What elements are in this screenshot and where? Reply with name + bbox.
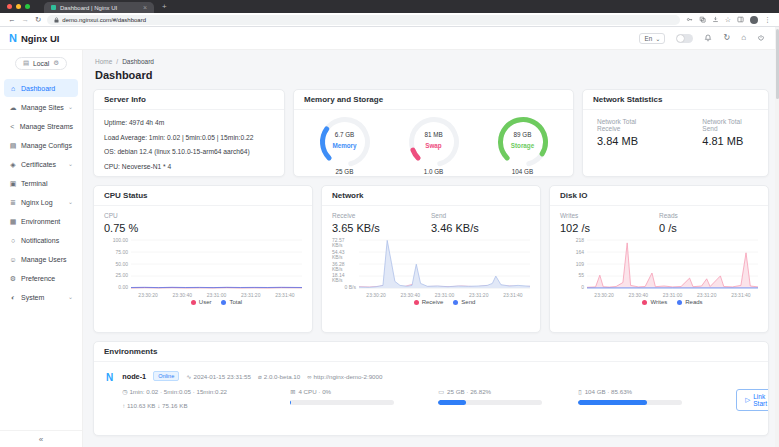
tab-close-icon[interactable]: ×: [143, 4, 147, 11]
y-tick-label: 36.28 KB/s: [332, 262, 356, 272]
y-tick-label: 25.00: [115, 273, 128, 278]
storage-icon: ▯: [578, 388, 581, 395]
sidebar-item-certificates[interactable]: ◈Certificates⌄: [4, 155, 78, 173]
server-load-average: Load Average: 1min: 0.02 | 5min:0.05 | 1…: [104, 131, 274, 146]
browser-toolbar: ← → ↻ demo.nginxui.com/#/dashboard ☆ ⋮: [0, 13, 779, 27]
sidebar-item-nginx-log[interactable]: ≣Nginx Log⌄: [4, 193, 78, 211]
server-cpu: CPU: Neoverse-N1 * 4: [104, 160, 274, 175]
network-total-receive: Network Total Receive 3.84 MB: [597, 118, 656, 147]
bookmark-star-icon[interactable]: ☆: [725, 16, 731, 23]
download-icon[interactable]: [712, 16, 719, 23]
profile-avatar[interactable]: [750, 16, 758, 24]
node-cpu-meter: ⊞ 4 CPU · 0%: [290, 388, 438, 405]
power-icon[interactable]: [757, 34, 765, 42]
sidebar-collapse-button[interactable]: «: [0, 430, 82, 447]
language-select[interactable]: En ⌄: [639, 33, 665, 44]
network-title: Network: [322, 186, 540, 206]
y-tick-label: 0.00: [118, 285, 128, 290]
scrollbar-thumb[interactable]: [776, 29, 779, 99]
sidebar-item-system[interactable]: ◐System⌄: [4, 288, 78, 306]
home-icon[interactable]: ⌂: [741, 34, 746, 42]
reads-stat: Reads 0 /s: [659, 212, 758, 234]
manage-streams-icon: <: [9, 123, 16, 130]
certificates-icon: ◈: [9, 161, 17, 168]
node-name[interactable]: node-1: [122, 372, 146, 381]
sidebar-item-environment[interactable]: ▦Environment: [4, 212, 78, 230]
node-url[interactable]: ∞ http://nginx-demo-2:9000: [307, 373, 382, 380]
x-tick-label: 23:30:20: [138, 292, 157, 298]
breadcrumb-home[interactable]: Home: [95, 58, 112, 65]
server-os: OS: debian 12.4 (linux 5.10.0-15-arm64 a…: [104, 145, 274, 160]
sidebar-item-preference[interactable]: ⚙Preference: [4, 269, 78, 287]
preference-icon: ⚙: [9, 275, 17, 282]
breadcrumb: Home / Dashboard: [95, 58, 769, 65]
legend-item[interactable]: User: [191, 299, 212, 305]
cpu-progress-bar: [290, 400, 394, 405]
network-total-send: Network Total Send 4.81 MB: [702, 118, 754, 147]
traffic-light-zoom[interactable]: [25, 4, 30, 9]
x-tick-label: 23:30:20: [594, 292, 613, 298]
node-storage-meter: ▯ 104 GB · 85.63%: [578, 388, 736, 405]
sidebar-item-manage-streams[interactable]: <Manage Streams: [4, 117, 78, 135]
y-tick-label: 54.43 KB/s: [332, 250, 356, 260]
legend-dot-icon: [221, 300, 226, 305]
manage-users-icon: ☺: [9, 256, 17, 263]
address-bar[interactable]: demo.nginxui.com/#/dashboard: [47, 15, 679, 25]
app-logo[interactable]: N Nginx UI: [0, 32, 83, 44]
y-tick-label: 55: [578, 273, 584, 278]
legend-label: Reads: [685, 299, 702, 305]
legend-item[interactable]: Writes: [642, 299, 667, 305]
legend-item[interactable]: Reads: [677, 299, 702, 305]
writes-stat: Writes 102 /s: [560, 212, 659, 234]
theme-toggle[interactable]: [676, 34, 693, 43]
x-tick-label: 23:31:00: [207, 292, 226, 298]
disk-io-card: Disk IO Writes 102 /s Reads 0 /s 21816: [549, 185, 769, 333]
legend-item[interactable]: Send: [453, 299, 475, 305]
copy-icon[interactable]: [699, 16, 706, 23]
browser-tab[interactable]: Dashboard | Nginx UI ×: [44, 2, 154, 13]
version-icon: ⌀: [258, 373, 262, 380]
link-icon: ∞: [307, 373, 311, 380]
key-icon[interactable]: [686, 16, 693, 23]
dashboard-icon: ⌂: [9, 85, 17, 92]
traffic-light-close[interactable]: [7, 4, 12, 9]
sidebar-item-manage-sites[interactable]: ☁Manage Sites⌄: [4, 98, 78, 116]
legend-item[interactable]: Receive: [414, 299, 444, 305]
sidebar-item-label: Manage Streams: [20, 123, 73, 130]
sidebar-item-manage-users[interactable]: ☺Manage Users: [4, 250, 78, 268]
forward-button[interactable]: →: [22, 16, 30, 24]
sidebar-item-terminal[interactable]: ▣Terminal: [4, 174, 78, 192]
disk-io-chart-legend: WritesReads: [587, 299, 758, 305]
x-tick-label: 23:31:40: [275, 292, 294, 298]
breadcrumb-current: Dashboard: [122, 58, 154, 65]
network-statistics-title: Network Statistics: [583, 90, 768, 110]
environment-selector[interactable]: ▤ Local ⚙: [15, 57, 67, 70]
legend-label: User: [199, 299, 212, 305]
terminal-icon: ▣: [9, 180, 17, 187]
restart-icon[interactable]: ↻: [723, 34, 730, 42]
new-tab-button[interactable]: +: [162, 3, 167, 11]
browser-menu-icon[interactable]: ⋮: [764, 16, 771, 23]
legend-dot-icon: [414, 300, 419, 305]
legend-item[interactable]: Total: [221, 299, 242, 305]
link-start-button[interactable]: ▷ Link Start: [736, 389, 769, 411]
sidebar-item-label: Manage Users: [21, 256, 67, 263]
memory-gauge: 6.7 GB Memory 25 GB: [309, 114, 381, 176]
split-view-icon[interactable]: [737, 16, 744, 23]
sidebar-item-dashboard[interactable]: ⌂Dashboard: [4, 79, 78, 97]
sidebar-item-manage-configs[interactable]: ▤Manage Configs: [4, 136, 78, 154]
back-button[interactable]: ←: [8, 16, 16, 24]
notifications-bell-icon[interactable]: [704, 34, 712, 42]
logo-n-icon: N: [9, 32, 17, 44]
page-title: Dashboard: [95, 69, 769, 81]
browser-chrome: Dashboard | Nginx UI × + ← → ↻ demo.ngin…: [0, 0, 779, 27]
chevron-down-icon: ⌄: [68, 294, 73, 300]
collapse-icon: «: [39, 435, 43, 444]
y-tick-label: 0: [581, 285, 584, 290]
sidebar-item-notifications[interactable]: ○Notifications: [4, 231, 78, 249]
reload-button[interactable]: ↻: [35, 16, 41, 24]
legend-label: Total: [229, 299, 242, 305]
traffic-light-minimize[interactable]: [16, 4, 21, 9]
page-scrollbar[interactable]: [775, 27, 779, 447]
network-chart-legend: ReceiveSend: [359, 299, 530, 305]
